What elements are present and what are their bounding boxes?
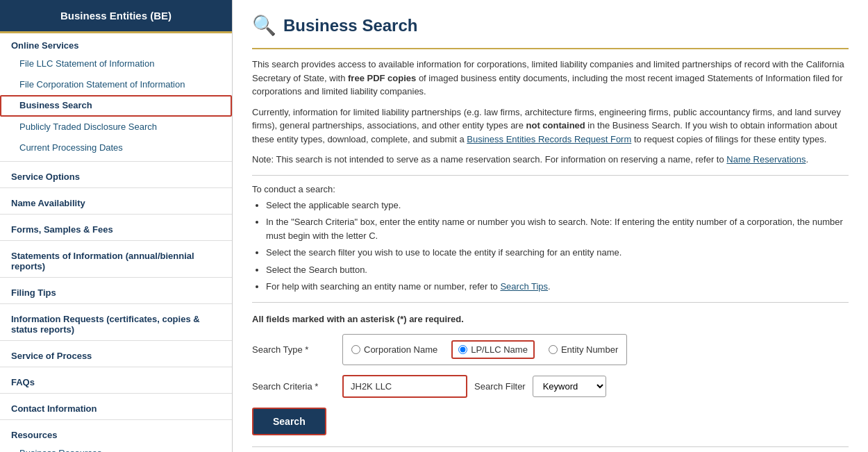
radio-entity-input[interactable]: [549, 345, 558, 354]
sidebar-section-name-availability[interactable]: Name Availability: [0, 191, 232, 211]
description-para-3: Note: This search is not intended to ser…: [252, 153, 849, 167]
sidebar-item-file-llc[interactable]: File LLC Statement of Information: [0, 53, 232, 74]
search-filter-label: Search Filter: [474, 381, 526, 392]
sidebar-section-service-options[interactable]: Service Options: [0, 165, 232, 185]
radio-entity-number[interactable]: Entity Number: [549, 344, 618, 355]
radio-lp-llc-input[interactable]: [458, 345, 467, 354]
sidebar-section-online-services[interactable]: Online Services: [0, 33, 232, 53]
main-content: 🔍 Business Search This search provides a…: [233, 0, 868, 452]
records-request-link[interactable]: Business Entities Records Request Form: [467, 134, 631, 144]
conduct-list: Select the applicable search type. In th…: [266, 199, 849, 294]
name-reservations-link[interactable]: Name Reservations: [726, 154, 806, 165]
search-criteria-label: Search Criteria *: [252, 381, 335, 392]
conduct-header: To conduct a search:: [252, 184, 849, 194]
search-type-box: Corporation Name LP/LLC Name Entity Numb…: [342, 334, 627, 365]
sidebar-section-service-of-process[interactable]: Service of Process: [0, 344, 232, 364]
sidebar-section-contact-info[interactable]: Contact Information: [0, 396, 232, 417]
radio-corporation-name[interactable]: Corporation Name: [351, 344, 437, 355]
search-tips-link[interactable]: Search Tips: [500, 281, 548, 292]
sidebar-section-statements[interactable]: Statements of Information (annual/bienni…: [0, 244, 232, 274]
required-note: All fields marked with an asterisk (*) a…: [252, 314, 849, 324]
sidebar-header: Business Entities (BE): [0, 0, 232, 33]
search-type-label: Search Type *: [252, 344, 335, 355]
description-section: This search provides access to available…: [252, 58, 849, 167]
radio-entity-label: Entity Number: [561, 344, 618, 355]
sidebar-item-business-resources[interactable]: Business Resources: [0, 443, 232, 452]
sidebar-item-file-corp[interactable]: File Corporation Statement of Informatio…: [0, 74, 232, 95]
page-title-container: 🔍 Business Search: [252, 14, 849, 37]
sidebar-item-publicly-traded[interactable]: Publicly Traded Disclosure Search: [0, 117, 232, 137]
sidebar-item-business-search[interactable]: Business Search: [0, 95, 232, 116]
search-form: All fields marked with an asterisk (*) a…: [252, 314, 849, 453]
radio-corp-label: Corporation Name: [364, 344, 437, 355]
sidebar-section-forms[interactable]: Forms, Samples & Fees: [0, 217, 232, 237]
instruction-4: Select the Search button.: [266, 263, 849, 277]
description-para-1: This search provides access to available…: [252, 58, 849, 99]
search-button[interactable]: Search: [252, 408, 326, 435]
search-type-row: Search Type * Corporation Name LP/LLC Na…: [252, 334, 849, 365]
instruction-1: Select the applicable search type.: [266, 199, 849, 212]
instruction-2: In the "Search Criteria" box, enter the …: [266, 215, 849, 242]
disclaimer: Disclaimer: This tool allows you to sear…: [252, 446, 849, 453]
search-icon: 🔍: [252, 14, 276, 37]
page-title: Business Search: [283, 16, 417, 35]
sidebar-section-info-requests[interactable]: Information Requests (certificates, copi…: [0, 307, 232, 337]
sidebar-section-faqs[interactable]: FAQs: [0, 370, 232, 390]
radio-corp-input[interactable]: [351, 345, 360, 354]
sidebar-item-current-processing[interactable]: Current Processing Dates: [0, 137, 232, 158]
radio-lp-llc-label: LP/LLC Name: [471, 344, 528, 355]
sidebar: Business Entities (BE) Online Services F…: [0, 0, 233, 452]
radio-lp-llc-selected[interactable]: LP/LLC Name: [451, 340, 535, 359]
search-filter-select[interactable]: Keyword Starts With Contains Exact: [533, 376, 606, 397]
search-button-row: Search: [252, 408, 849, 435]
search-criteria-row: Search Criteria * Search Filter Keyword …: [252, 375, 849, 398]
description-para-2: Currently, information for limited liabi…: [252, 106, 849, 147]
search-criteria-input[interactable]: [342, 375, 467, 398]
instruction-5: For help with searching an entity name o…: [266, 280, 849, 294]
instruction-3: Select the search filter you wish to use…: [266, 246, 849, 260]
sidebar-section-filing-tips[interactable]: Filing Tips: [0, 281, 232, 301]
sidebar-section-resources[interactable]: Resources: [0, 423, 232, 443]
